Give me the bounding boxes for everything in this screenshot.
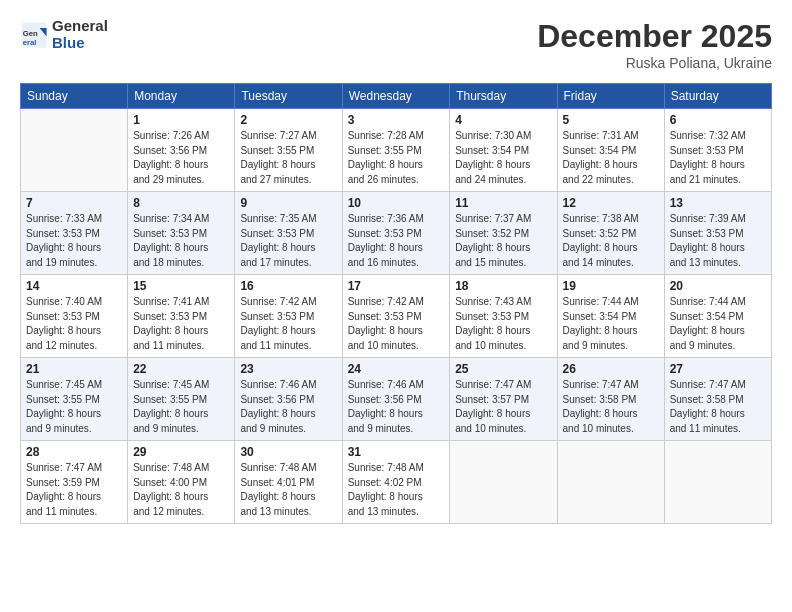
day-number: 23 — [240, 362, 336, 376]
day-number: 31 — [348, 445, 445, 459]
day-cell: 29Sunrise: 7:48 AM Sunset: 4:00 PM Dayli… — [128, 441, 235, 524]
weekday-header-wednesday: Wednesday — [342, 84, 450, 109]
day-number: 4 — [455, 113, 551, 127]
week-row-5: 28Sunrise: 7:47 AM Sunset: 3:59 PM Dayli… — [21, 441, 772, 524]
weekday-header-tuesday: Tuesday — [235, 84, 342, 109]
day-number: 28 — [26, 445, 122, 459]
day-number: 7 — [26, 196, 122, 210]
day-cell: 4Sunrise: 7:30 AM Sunset: 3:54 PM Daylig… — [450, 109, 557, 192]
day-info: Sunrise: 7:45 AM Sunset: 3:55 PM Dayligh… — [26, 378, 122, 436]
day-number: 3 — [348, 113, 445, 127]
day-info: Sunrise: 7:46 AM Sunset: 3:56 PM Dayligh… — [348, 378, 445, 436]
day-info: Sunrise: 7:48 AM Sunset: 4:00 PM Dayligh… — [133, 461, 229, 519]
day-cell: 25Sunrise: 7:47 AM Sunset: 3:57 PM Dayli… — [450, 358, 557, 441]
day-info: Sunrise: 7:43 AM Sunset: 3:53 PM Dayligh… — [455, 295, 551, 353]
weekday-header-sunday: Sunday — [21, 84, 128, 109]
day-info: Sunrise: 7:42 AM Sunset: 3:53 PM Dayligh… — [240, 295, 336, 353]
day-cell: 14Sunrise: 7:40 AM Sunset: 3:53 PM Dayli… — [21, 275, 128, 358]
day-info: Sunrise: 7:30 AM Sunset: 3:54 PM Dayligh… — [455, 129, 551, 187]
day-number: 20 — [670, 279, 766, 293]
day-number: 27 — [670, 362, 766, 376]
day-cell: 1Sunrise: 7:26 AM Sunset: 3:56 PM Daylig… — [128, 109, 235, 192]
day-cell: 6Sunrise: 7:32 AM Sunset: 3:53 PM Daylig… — [664, 109, 771, 192]
day-cell: 10Sunrise: 7:36 AM Sunset: 3:53 PM Dayli… — [342, 192, 450, 275]
day-number: 29 — [133, 445, 229, 459]
day-number: 18 — [455, 279, 551, 293]
logo: Gen eral General Blue — [20, 18, 108, 51]
day-info: Sunrise: 7:36 AM Sunset: 3:53 PM Dayligh… — [348, 212, 445, 270]
day-cell: 3Sunrise: 7:28 AM Sunset: 3:55 PM Daylig… — [342, 109, 450, 192]
header: Gen eral General Blue December 2025 Rusk… — [20, 18, 772, 71]
day-number: 21 — [26, 362, 122, 376]
day-cell — [557, 441, 664, 524]
day-cell — [664, 441, 771, 524]
logo-text: General Blue — [52, 18, 108, 51]
day-info: Sunrise: 7:46 AM Sunset: 3:56 PM Dayligh… — [240, 378, 336, 436]
weekday-header-thursday: Thursday — [450, 84, 557, 109]
day-number: 22 — [133, 362, 229, 376]
day-info: Sunrise: 7:40 AM Sunset: 3:53 PM Dayligh… — [26, 295, 122, 353]
day-number: 19 — [563, 279, 659, 293]
day-cell: 27Sunrise: 7:47 AM Sunset: 3:58 PM Dayli… — [664, 358, 771, 441]
day-info: Sunrise: 7:47 AM Sunset: 3:59 PM Dayligh… — [26, 461, 122, 519]
day-cell — [450, 441, 557, 524]
day-info: Sunrise: 7:47 AM Sunset: 3:58 PM Dayligh… — [563, 378, 659, 436]
day-number: 24 — [348, 362, 445, 376]
day-cell: 2Sunrise: 7:27 AM Sunset: 3:55 PM Daylig… — [235, 109, 342, 192]
day-info: Sunrise: 7:31 AM Sunset: 3:54 PM Dayligh… — [563, 129, 659, 187]
day-info: Sunrise: 7:33 AM Sunset: 3:53 PM Dayligh… — [26, 212, 122, 270]
day-cell: 31Sunrise: 7:48 AM Sunset: 4:02 PM Dayli… — [342, 441, 450, 524]
day-number: 12 — [563, 196, 659, 210]
day-number: 11 — [455, 196, 551, 210]
day-info: Sunrise: 7:42 AM Sunset: 3:53 PM Dayligh… — [348, 295, 445, 353]
day-number: 5 — [563, 113, 659, 127]
day-cell: 30Sunrise: 7:48 AM Sunset: 4:01 PM Dayli… — [235, 441, 342, 524]
day-info: Sunrise: 7:32 AM Sunset: 3:53 PM Dayligh… — [670, 129, 766, 187]
day-cell: 13Sunrise: 7:39 AM Sunset: 3:53 PM Dayli… — [664, 192, 771, 275]
svg-text:Gen: Gen — [23, 29, 38, 38]
day-cell: 7Sunrise: 7:33 AM Sunset: 3:53 PM Daylig… — [21, 192, 128, 275]
day-info: Sunrise: 7:44 AM Sunset: 3:54 PM Dayligh… — [563, 295, 659, 353]
day-cell: 5Sunrise: 7:31 AM Sunset: 3:54 PM Daylig… — [557, 109, 664, 192]
day-info: Sunrise: 7:35 AM Sunset: 3:53 PM Dayligh… — [240, 212, 336, 270]
day-number: 10 — [348, 196, 445, 210]
day-number: 14 — [26, 279, 122, 293]
day-number: 13 — [670, 196, 766, 210]
day-cell: 26Sunrise: 7:47 AM Sunset: 3:58 PM Dayli… — [557, 358, 664, 441]
weekday-header-row: SundayMondayTuesdayWednesdayThursdayFrid… — [21, 84, 772, 109]
day-cell: 9Sunrise: 7:35 AM Sunset: 3:53 PM Daylig… — [235, 192, 342, 275]
day-number: 2 — [240, 113, 336, 127]
day-info: Sunrise: 7:47 AM Sunset: 3:58 PM Dayligh… — [670, 378, 766, 436]
week-row-1: 1Sunrise: 7:26 AM Sunset: 3:56 PM Daylig… — [21, 109, 772, 192]
week-row-4: 21Sunrise: 7:45 AM Sunset: 3:55 PM Dayli… — [21, 358, 772, 441]
day-info: Sunrise: 7:39 AM Sunset: 3:53 PM Dayligh… — [670, 212, 766, 270]
day-info: Sunrise: 7:45 AM Sunset: 3:55 PM Dayligh… — [133, 378, 229, 436]
day-number: 15 — [133, 279, 229, 293]
day-cell: 22Sunrise: 7:45 AM Sunset: 3:55 PM Dayli… — [128, 358, 235, 441]
day-cell: 23Sunrise: 7:46 AM Sunset: 3:56 PM Dayli… — [235, 358, 342, 441]
day-cell: 12Sunrise: 7:38 AM Sunset: 3:52 PM Dayli… — [557, 192, 664, 275]
day-cell: 19Sunrise: 7:44 AM Sunset: 3:54 PM Dayli… — [557, 275, 664, 358]
day-info: Sunrise: 7:48 AM Sunset: 4:02 PM Dayligh… — [348, 461, 445, 519]
month-title: December 2025 — [537, 18, 772, 55]
logo-line1: General — [52, 18, 108, 35]
day-cell: 20Sunrise: 7:44 AM Sunset: 3:54 PM Dayli… — [664, 275, 771, 358]
day-info: Sunrise: 7:44 AM Sunset: 3:54 PM Dayligh… — [670, 295, 766, 353]
day-info: Sunrise: 7:28 AM Sunset: 3:55 PM Dayligh… — [348, 129, 445, 187]
day-info: Sunrise: 7:47 AM Sunset: 3:57 PM Dayligh… — [455, 378, 551, 436]
logo-line2: Blue — [52, 35, 108, 52]
day-number: 8 — [133, 196, 229, 210]
day-cell: 17Sunrise: 7:42 AM Sunset: 3:53 PM Dayli… — [342, 275, 450, 358]
day-info: Sunrise: 7:37 AM Sunset: 3:52 PM Dayligh… — [455, 212, 551, 270]
day-info: Sunrise: 7:27 AM Sunset: 3:55 PM Dayligh… — [240, 129, 336, 187]
day-number: 30 — [240, 445, 336, 459]
day-cell: 15Sunrise: 7:41 AM Sunset: 3:53 PM Dayli… — [128, 275, 235, 358]
weekday-header-monday: Monday — [128, 84, 235, 109]
day-cell: 16Sunrise: 7:42 AM Sunset: 3:53 PM Dayli… — [235, 275, 342, 358]
location: Ruska Poliana, Ukraine — [537, 55, 772, 71]
day-cell: 11Sunrise: 7:37 AM Sunset: 3:52 PM Dayli… — [450, 192, 557, 275]
day-number: 25 — [455, 362, 551, 376]
logo-icon: Gen eral — [20, 21, 48, 49]
week-row-2: 7Sunrise: 7:33 AM Sunset: 3:53 PM Daylig… — [21, 192, 772, 275]
day-info: Sunrise: 7:41 AM Sunset: 3:53 PM Dayligh… — [133, 295, 229, 353]
